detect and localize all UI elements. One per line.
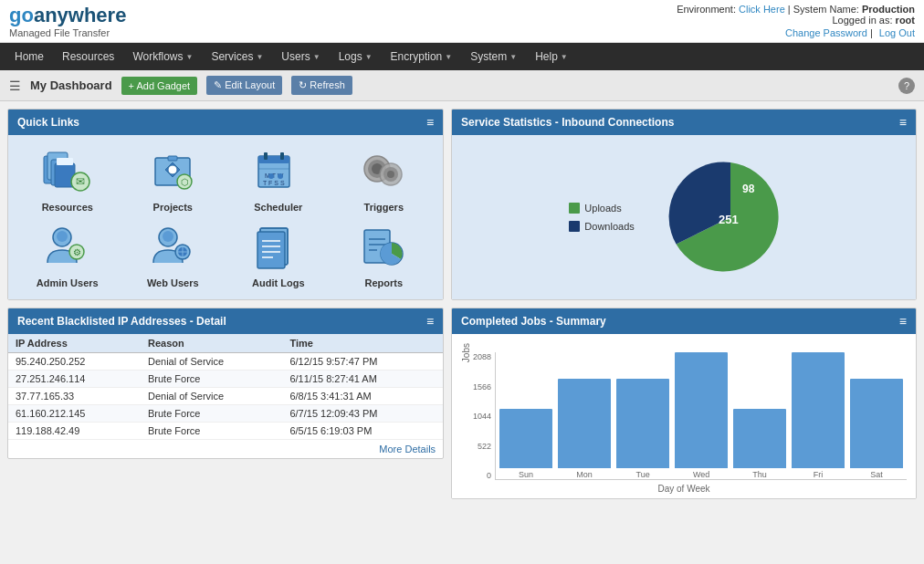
bar-x-label: Wed	[693, 470, 709, 479]
ql-web-users[interactable]: Web Users	[125, 222, 222, 288]
ql-triggers-label: Triggers	[364, 202, 404, 213]
pie-legend: Uploads Downloads	[569, 203, 634, 232]
bar-group: Sat	[850, 352, 903, 479]
uploads-color-dot	[569, 203, 580, 214]
projects-icon: ⬡	[145, 146, 200, 196]
ql-projects-label: Projects	[153, 202, 193, 213]
env-label: Environment:	[677, 4, 736, 15]
env-link[interactable]: Click Here	[739, 4, 785, 15]
table-row: 27.251.246.114Brute Force6/11/15 8:27:41…	[8, 371, 443, 388]
dashboard-title: My Dashboard	[30, 78, 112, 92]
ql-resources-label: Resources	[42, 202, 93, 213]
svg-rect-4	[57, 158, 73, 165]
nav-home[interactable]: Home	[5, 43, 53, 70]
left-column: Quick Links ≡ ✉	[7, 109, 444, 499]
ql-triggers[interactable]: Triggers	[336, 146, 433, 213]
completed-jobs-panel: Completed Jobs - Summary ≡ Jobs 2088 1	[451, 308, 917, 499]
y-axis-label: Jobs	[461, 343, 471, 362]
y-label-1: 522	[473, 442, 491, 451]
completed-jobs-menu-icon[interactable]: ≡	[899, 314, 907, 329]
nav-resources[interactable]: Resources	[53, 43, 123, 70]
add-gadget-button[interactable]: + Add Gadget	[121, 77, 198, 95]
quick-links-menu-icon[interactable]: ≡	[426, 115, 434, 130]
more-details-link[interactable]: More Details	[8, 440, 443, 458]
main-content: Quick Links ≡ ✉	[0, 101, 924, 507]
scheduler-icon: M T W T F S S	[251, 146, 306, 196]
bar-x-label: Thu	[752, 470, 767, 479]
table-row: 95.240.250.252Denial of Service6/12/15 9…	[8, 353, 443, 371]
logo-anywhere: anywhere	[34, 4, 127, 26]
bar-chart-container: Jobs 2088 1566 1044 522 0	[452, 334, 916, 498]
y-labels: 2088 1566 1044 522 0	[473, 352, 491, 480]
col-reason: Reason	[141, 334, 282, 353]
web-users-icon	[145, 222, 200, 272]
blacklist-table-header-row: IP Address Reason Time	[8, 334, 443, 353]
bar-group: Wed	[675, 352, 728, 479]
dashboard-bar: ☰ My Dashboard + Add Gadget ✎ Edit Layou…	[0, 70, 924, 101]
edit-layout-button[interactable]: ✎ Edit Layout	[206, 76, 282, 95]
pipe-separator: |	[870, 27, 876, 38]
nav-workflows[interactable]: Workflows ▼	[123, 43, 202, 70]
logo-subtitle: Managed File Transfer	[9, 27, 126, 38]
bar-x-label: Fri	[814, 470, 824, 479]
nav-services[interactable]: Services ▼	[202, 43, 272, 70]
env-line: Environment: Click Here | System Name: P…	[677, 4, 915, 26]
y-label-2: 1044	[473, 412, 491, 421]
ql-scheduler[interactable]: M T W T F S S Scheduler	[230, 146, 327, 213]
service-stats-menu-icon[interactable]: ≡	[899, 115, 907, 130]
triggers-icon	[356, 146, 411, 196]
svg-rect-15	[264, 152, 268, 160]
table-row: 119.188.42.49Brute Force6/5/15 6:19:03 P…	[8, 423, 443, 440]
svg-point-20	[268, 173, 274, 179]
nav-services-arrow: ▼	[256, 53, 263, 61]
reports-icon	[356, 222, 411, 272]
x-axis-label: Day of Week	[461, 484, 907, 494]
change-links: Change Password | Log Out	[677, 27, 915, 38]
quick-links-header: Quick Links ≡	[8, 110, 443, 135]
col-time: Time	[282, 334, 443, 353]
bar-group: Mon	[558, 352, 611, 479]
col-ip: IP Address	[8, 334, 141, 353]
bar	[558, 379, 611, 468]
y-label-4: 2088	[473, 352, 491, 361]
nav-help-arrow: ▼	[561, 53, 568, 61]
ql-admin-users-label: Admin Users	[37, 277, 99, 288]
ql-projects[interactable]: ⬡ Projects	[125, 146, 222, 213]
change-password-link[interactable]: Change Password	[785, 27, 867, 38]
nav-logs[interactable]: Logs ▼	[330, 43, 382, 70]
ql-reports[interactable]: Reports	[336, 222, 433, 288]
svg-point-27	[387, 171, 394, 178]
svg-point-29	[57, 231, 68, 242]
nav-help[interactable]: Help ▼	[526, 43, 577, 70]
svg-text:✉: ✉	[76, 175, 85, 188]
nav-system[interactable]: System ▼	[461, 43, 526, 70]
blacklist-menu-icon[interactable]: ≡	[426, 314, 434, 329]
legend-uploads: Uploads	[569, 203, 634, 214]
bar-x-label: Sat	[870, 470, 883, 479]
log-out-link[interactable]: Log Out	[879, 27, 915, 38]
svg-text:T F S S: T F S S	[263, 180, 285, 186]
logged-user: root	[896, 15, 915, 26]
blacklist-header: Recent Blacklisted IP Addresses - Detail…	[8, 308, 443, 334]
refresh-button[interactable]: ↻ Refresh	[291, 76, 352, 95]
legend-downloads: Downloads	[569, 221, 634, 232]
ql-admin-users[interactable]: ⚙ Admin Users	[19, 222, 116, 288]
nav-users[interactable]: Users ▼	[272, 43, 329, 70]
bar	[675, 352, 728, 468]
system-name: Production	[862, 4, 915, 15]
nav-logs-arrow: ▼	[365, 53, 373, 61]
nav-encryption-arrow: ▼	[445, 53, 452, 61]
svg-rect-16	[280, 152, 284, 160]
service-stats-content: Uploads Downloads	[452, 135, 916, 299]
nav-encryption[interactable]: Encryption ▼	[382, 43, 462, 70]
ql-resources[interactable]: ✉ Resources	[19, 146, 116, 213]
hamburger-icon[interactable]: ☰	[9, 78, 21, 93]
nav-system-arrow: ▼	[509, 53, 517, 61]
bar-group: Tue	[616, 352, 669, 479]
ql-audit-logs[interactable]: Audit Logs	[230, 222, 327, 288]
nav-workflows-arrow: ▼	[186, 53, 194, 61]
right-column: Service Statistics - Inbound Connections…	[451, 109, 917, 499]
svg-point-9	[168, 165, 177, 174]
blacklist-panel: Recent Blacklisted IP Addresses - Detail…	[7, 308, 444, 459]
help-button[interactable]: ?	[898, 78, 915, 94]
